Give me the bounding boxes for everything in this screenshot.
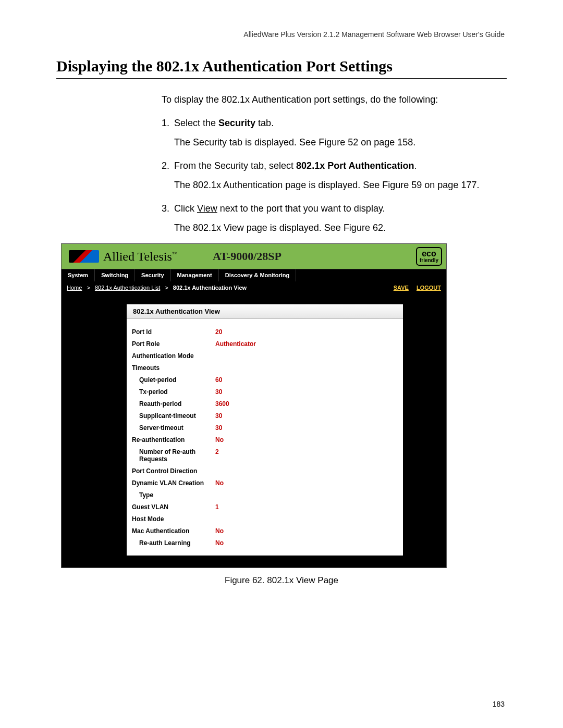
- breadcrumb-home[interactable]: Home: [67, 285, 82, 291]
- step-2-c: .: [414, 161, 417, 171]
- field-value: 2: [215, 448, 219, 463]
- step-2-a: From the Security tab, select: [174, 161, 296, 171]
- field-row: Host Mode: [132, 515, 398, 523]
- step-3-c: next to the port that you want to displa…: [217, 203, 385, 214]
- field-label: Quiet-period: [132, 376, 215, 384]
- save-link[interactable]: SAVE: [394, 285, 409, 291]
- field-row: Timeouts: [132, 364, 398, 372]
- intro-text: To display the 802.1x Authentication por…: [162, 93, 507, 107]
- field-label: Timeouts: [132, 364, 215, 372]
- breadcrumb-current: 802.1x Authentication View: [173, 285, 247, 291]
- field-row: Tx-period30: [132, 388, 398, 396]
- field-value: No: [215, 436, 224, 443]
- field-label: Port Id: [132, 328, 215, 336]
- step-3-a: Click: [174, 203, 197, 214]
- step-2: 2.From the Security tab, select 802.1x P…: [162, 159, 507, 192]
- field-row: Type: [132, 491, 398, 499]
- field-label: Type: [132, 491, 215, 499]
- field-value: No: [215, 479, 224, 487]
- logo-tm: ™: [172, 251, 178, 257]
- field-value: 20: [215, 328, 222, 336]
- field-label: Dynamic VLAN Creation: [132, 479, 215, 487]
- field-label: Server-timeout: [132, 424, 215, 431]
- step-1-num: 1.: [162, 116, 174, 130]
- field-row: Server-timeout30: [132, 424, 398, 431]
- step-3-link: View: [197, 203, 217, 214]
- step-1: 1.Select the Security tab. The Security …: [162, 116, 507, 150]
- field-row: Quiet-period60: [132, 376, 398, 384]
- field-label: Port Role: [132, 340, 215, 348]
- tabs: System Switching Security Management Dis…: [62, 269, 446, 281]
- field-value: Authenticator: [215, 340, 256, 348]
- field-value: No: [215, 527, 224, 535]
- field-row: Re-auth LearningNo: [132, 539, 398, 547]
- field-value: 3600: [215, 400, 229, 408]
- field-label: Number of Re-auth Requests: [132, 448, 215, 463]
- field-label: Re-auth Learning: [132, 539, 215, 547]
- auth-view-panel: 802.1x Authentication View Port Id20Port…: [127, 304, 403, 556]
- field-row: Port Control Direction: [132, 467, 398, 475]
- step-2-num: 2.: [162, 159, 174, 173]
- field-row: Port Id20: [132, 328, 398, 336]
- step-3-num: 3.: [162, 202, 174, 216]
- step-1-bold: Security: [218, 118, 255, 128]
- breadcrumb: Home > 802.1x Authentication List > 802.…: [67, 285, 247, 291]
- panel-title: 802.1x Authentication View: [127, 304, 403, 319]
- logo-text: Allied Telesis™: [103, 250, 178, 264]
- breadcrumb-sep-2: >: [165, 285, 168, 291]
- logo-bar: Allied Telesis™ AT-9000/28SP eco friendl…: [62, 244, 446, 269]
- step-3-sub: The 802.1x View page is displayed. See F…: [174, 221, 507, 235]
- field-label: Authentication Mode: [132, 352, 215, 360]
- tab-management[interactable]: Management: [171, 269, 219, 281]
- logout-link[interactable]: LOGOUT: [417, 285, 441, 291]
- field-row: Guest VLAN1: [132, 503, 398, 511]
- tab-switching[interactable]: Switching: [95, 269, 135, 281]
- breadcrumb-auth-list[interactable]: 802.1x Authentication List: [95, 285, 160, 291]
- breadcrumb-sep: >: [87, 285, 90, 291]
- field-row: Re-authenticationNo: [132, 436, 398, 443]
- embedded-screenshot: Allied Telesis™ AT-9000/28SP eco friendl…: [61, 243, 447, 568]
- tab-discovery-monitoring[interactable]: Discovery & Monitoring: [219, 269, 296, 281]
- content-area: 802.1x Authentication View Port Id20Port…: [62, 294, 446, 567]
- eco-bottom: friendly: [420, 258, 438, 263]
- field-value: No: [215, 539, 224, 547]
- field-value: 30: [215, 412, 222, 419]
- field-label: Reauth-period: [132, 400, 215, 408]
- figure-caption: Figure 62. 802.1x View Page: [0, 575, 563, 586]
- field-row: Reauth-period3600: [132, 400, 398, 408]
- field-value: 60: [215, 376, 222, 384]
- field-value: 30: [215, 424, 222, 431]
- tab-security[interactable]: Security: [135, 269, 170, 281]
- top-actions: SAVE LOGOUT: [387, 285, 441, 291]
- step-2-sub: The 802.1x Authentication page is displa…: [174, 178, 507, 192]
- field-row: Supplicant-timeout30: [132, 412, 398, 419]
- section-title: Displaying the 802.1x Authentication Por…: [56, 57, 507, 79]
- field-row: Dynamic VLAN CreationNo: [132, 479, 398, 487]
- breadcrumb-bar: Home > 802.1x Authentication List > 802.…: [62, 281, 446, 294]
- field-label: Tx-period: [132, 388, 215, 396]
- field-row: Authentication Mode: [132, 352, 398, 360]
- field-label: Guest VLAN: [132, 503, 215, 511]
- field-label: Supplicant-timeout: [132, 412, 215, 419]
- field-row: Port RoleAuthenticator: [132, 340, 398, 348]
- panel-body: Port Id20Port RoleAuthenticatorAuthentic…: [127, 319, 403, 556]
- step-2-bold: 802.1x Port Authentication: [296, 161, 414, 171]
- field-label: Mac Authentication: [132, 527, 215, 535]
- tab-system[interactable]: System: [62, 269, 95, 281]
- field-row: Mac AuthenticationNo: [132, 527, 398, 535]
- step-1-a: Select the: [174, 118, 218, 128]
- field-label: Host Mode: [132, 515, 215, 523]
- product-name: AT-9000/28SP: [213, 250, 282, 263]
- doc-header: AlliedWare Plus Version 2.1.2 Management…: [243, 30, 505, 39]
- eco-badge-icon: eco friendly: [416, 247, 442, 266]
- eco-top: eco: [422, 250, 436, 258]
- field-row: Number of Re-auth Requests2: [132, 448, 398, 463]
- instructions: To display the 802.1x Authentication por…: [162, 93, 507, 244]
- field-label: Re-authentication: [132, 436, 215, 443]
- field-label: Port Control Direction: [132, 467, 215, 475]
- field-value: 1: [215, 503, 219, 511]
- step-1-sub: The Security tab is displayed. See Figur…: [174, 135, 507, 150]
- step-3: 3.Click View next to the port that you w…: [162, 202, 507, 235]
- page-number: 183: [493, 700, 505, 708]
- logo-name: Allied Telesis: [103, 250, 172, 263]
